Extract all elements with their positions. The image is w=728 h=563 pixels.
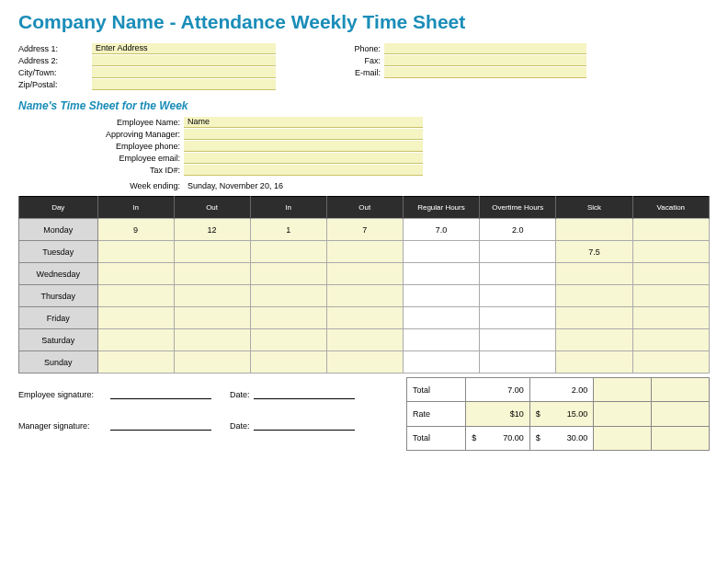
cell[interactable]	[250, 263, 326, 285]
cell: Sunday	[19, 351, 98, 373]
cell[interactable]	[556, 263, 632, 285]
empty	[652, 426, 710, 450]
cell[interactable]	[250, 329, 326, 351]
cell	[403, 285, 479, 307]
zip-label: Zip/Postal:	[18, 80, 92, 89]
emp-sig-line[interactable]	[110, 388, 211, 399]
cell[interactable]	[632, 307, 709, 329]
cell[interactable]	[174, 307, 250, 329]
email-input[interactable]	[384, 67, 586, 78]
mgr-label: Approving Manager:	[18, 130, 184, 139]
cell[interactable]	[632, 263, 709, 285]
cell[interactable]	[556, 307, 632, 329]
city-input[interactable]	[92, 67, 276, 78]
cell: Wednesday	[19, 263, 98, 285]
fax-label: Fax:	[331, 56, 384, 65]
address1-label: Address 1:	[18, 44, 92, 53]
header-ot: Overtime Hours	[480, 197, 556, 219]
mgr-input[interactable]	[184, 129, 423, 140]
page-title: Company Name - Attendance Weekly Time Sh…	[18, 11, 710, 33]
cell[interactable]	[632, 241, 709, 263]
cell[interactable]	[326, 263, 403, 285]
cell[interactable]	[250, 307, 326, 329]
employee-info: Employee Name:Name Approving Manager: Em…	[18, 116, 710, 176]
header-in1: In	[97, 197, 174, 219]
cell[interactable]	[632, 219, 709, 241]
empty	[594, 402, 652, 426]
header-in2: In	[250, 197, 326, 219]
cell[interactable]	[632, 285, 709, 307]
cell[interactable]	[326, 351, 403, 373]
cell[interactable]	[632, 351, 709, 373]
cell[interactable]	[174, 329, 250, 351]
cell[interactable]	[556, 329, 632, 351]
cell: Friday	[19, 307, 98, 329]
cell[interactable]	[250, 285, 326, 307]
cell	[403, 329, 479, 351]
cell[interactable]	[97, 241, 174, 263]
mgr-date-line[interactable]	[254, 419, 355, 431]
city-label: City/Town:	[18, 68, 92, 77]
emp-name-input[interactable]: Name	[184, 117, 423, 128]
reg-rate[interactable]: $10	[466, 402, 530, 426]
cell[interactable]	[326, 285, 403, 307]
ot-rate[interactable]: $15.00	[529, 402, 594, 426]
table-row: Friday	[19, 307, 710, 329]
header-out1: Out	[174, 197, 250, 219]
tax-input[interactable]	[184, 165, 423, 176]
cell[interactable]	[97, 351, 174, 373]
mgr-date-label: Date:	[230, 421, 250, 431]
empty	[652, 378, 710, 402]
cell[interactable]	[556, 219, 632, 241]
cell[interactable]	[174, 285, 250, 307]
cell[interactable]	[632, 329, 709, 351]
fax-input[interactable]	[384, 55, 586, 66]
cell[interactable]	[174, 263, 250, 285]
total-hours-label: Total	[407, 378, 466, 402]
cell	[480, 329, 556, 351]
cell[interactable]: 9	[97, 219, 174, 241]
company-info: Address 1:Enter Address Address 2: City/…	[18, 42, 710, 90]
phone-label: Phone:	[331, 44, 384, 53]
cell	[403, 307, 479, 329]
cell[interactable]	[326, 241, 403, 263]
empty	[652, 402, 710, 426]
cell[interactable]: 1	[250, 219, 326, 241]
cell[interactable]	[556, 351, 632, 373]
emp-phone-input[interactable]	[184, 141, 423, 152]
emp-name-label: Employee Name:	[18, 118, 184, 127]
cell[interactable]	[97, 285, 174, 307]
cell[interactable]	[326, 329, 403, 351]
cell[interactable]: 7.5	[556, 241, 632, 263]
cell[interactable]	[97, 263, 174, 285]
phone-input[interactable]	[384, 43, 586, 54]
emp-phone-label: Employee phone:	[18, 142, 184, 151]
cell[interactable]	[250, 351, 326, 373]
cell[interactable]: 7	[326, 219, 403, 241]
table-row: Thursday	[19, 285, 710, 307]
header-sick: Sick	[556, 197, 632, 219]
address1-input[interactable]: Enter Address	[92, 43, 276, 54]
cell[interactable]	[250, 241, 326, 263]
mgr-sig-line[interactable]	[110, 419, 211, 431]
cell[interactable]	[174, 351, 250, 373]
table-row: Sunday	[19, 351, 710, 373]
cell[interactable]	[97, 329, 174, 351]
cell[interactable]	[97, 307, 174, 329]
cell[interactable]	[556, 285, 632, 307]
cell[interactable]	[174, 241, 250, 263]
cell	[403, 263, 479, 285]
tax-label: Tax ID#:	[18, 166, 184, 175]
header-reg: Regular Hours	[403, 197, 479, 219]
zip-input[interactable]	[92, 79, 276, 90]
cell	[480, 351, 556, 373]
emp-sig-label: Employee signature:	[18, 390, 110, 399]
cell[interactable]	[326, 307, 403, 329]
header-vac: Vacation	[632, 197, 709, 219]
address2-input[interactable]	[92, 55, 276, 66]
email-label: E-mail:	[331, 68, 384, 77]
cell[interactable]: 12	[174, 219, 250, 241]
emp-date-line[interactable]	[254, 388, 355, 399]
emp-email-input[interactable]	[184, 153, 423, 164]
empty	[594, 426, 652, 450]
